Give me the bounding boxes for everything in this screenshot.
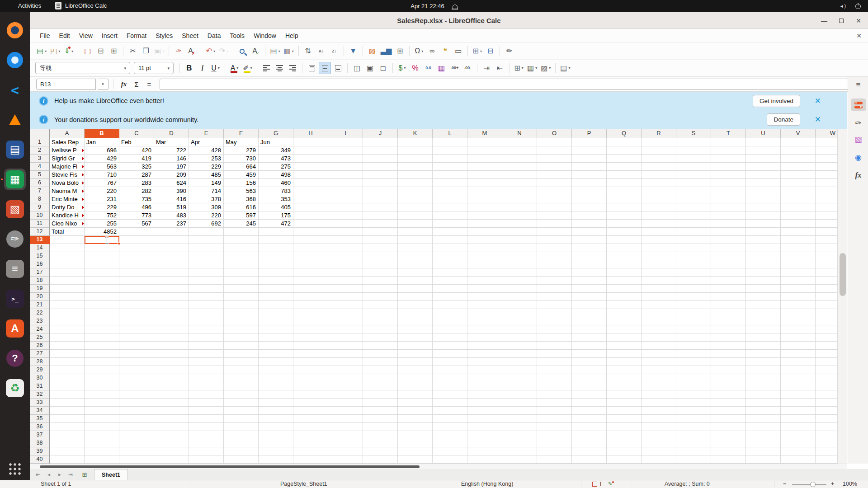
- cell-D38[interactable]: [154, 439, 189, 447]
- cell-N22[interactable]: [502, 309, 537, 317]
- cell-I32[interactable]: [328, 390, 363, 399]
- column-header-Q[interactable]: Q: [607, 129, 642, 138]
- cell-O35[interactable]: [537, 415, 572, 423]
- cell-B39[interactable]: [85, 447, 119, 455]
- next-sheet-icon[interactable]: ▸: [55, 471, 64, 478]
- cell-W36[interactable]: [816, 423, 837, 431]
- cell-P18[interactable]: [572, 277, 607, 285]
- cell-R11[interactable]: [642, 220, 676, 228]
- cell-J24[interactable]: [363, 325, 398, 333]
- cell-W22[interactable]: [816, 309, 837, 317]
- cell-L1[interactable]: [433, 138, 467, 146]
- cell-L11[interactable]: [433, 220, 467, 228]
- cell-L12[interactable]: [433, 228, 467, 236]
- add-decimal-button[interactable]: .00+: [448, 62, 461, 74]
- cell-T29[interactable]: [711, 366, 746, 374]
- cell-T8[interactable]: [711, 195, 746, 203]
- cell-B34[interactable]: [85, 407, 119, 415]
- column-header-U[interactable]: U: [746, 129, 781, 138]
- column-header-M[interactable]: M: [467, 129, 502, 138]
- cell-Q29[interactable]: [607, 366, 642, 374]
- special-character-button[interactable]: Ω▾: [413, 45, 425, 57]
- cell-B16[interactable]: [85, 260, 119, 268]
- cell-K4[interactable]: [398, 163, 433, 171]
- cell-R36[interactable]: [642, 423, 676, 431]
- cell-S23[interactable]: [676, 317, 711, 325]
- cell-Q2[interactable]: [607, 146, 642, 155]
- cell-N34[interactable]: [502, 407, 537, 415]
- cell-F27[interactable]: [224, 350, 259, 358]
- cell-M28[interactable]: [467, 358, 502, 366]
- row-header-4[interactable]: 4: [30, 163, 50, 171]
- cell-P6[interactable]: [572, 179, 607, 187]
- cell-S37[interactable]: [676, 431, 711, 439]
- cell-F24[interactable]: [224, 325, 259, 333]
- cell-V10[interactable]: [781, 211, 816, 220]
- cell-H27[interactable]: [293, 350, 328, 358]
- cell-I1[interactable]: [328, 138, 363, 146]
- cell-L25[interactable]: [433, 333, 467, 342]
- cell-F12[interactable]: [224, 228, 259, 236]
- cell-E14[interactable]: [189, 244, 224, 252]
- comment-button[interactable]: ❝: [439, 45, 451, 57]
- cell-I25[interactable]: [328, 333, 363, 342]
- cell-B2[interactable]: 696: [85, 146, 119, 155]
- cell-R7[interactable]: [642, 187, 676, 195]
- cell-T16[interactable]: [711, 260, 746, 268]
- cell-I30[interactable]: [328, 374, 363, 382]
- cell-R25[interactable]: [642, 333, 676, 342]
- row-header-34[interactable]: 34: [30, 407, 50, 415]
- cell-F33[interactable]: [224, 399, 259, 407]
- cell-C7[interactable]: 282: [119, 187, 154, 195]
- add-sheet-icon[interactable]: ⊞: [80, 471, 90, 478]
- cell-B31[interactable]: [85, 382, 119, 390]
- cell-D8[interactable]: 416: [154, 195, 189, 203]
- cell-U31[interactable]: [746, 382, 781, 390]
- cell-D6[interactable]: 624: [154, 179, 189, 187]
- cell-F8[interactable]: 368: [224, 195, 259, 203]
- cell-R28[interactable]: [642, 358, 676, 366]
- menu-data[interactable]: Data: [203, 30, 226, 41]
- row-header-26[interactable]: 26: [30, 342, 50, 350]
- cell-M39[interactable]: [467, 447, 502, 455]
- cell-M9[interactable]: [467, 203, 502, 211]
- cell-W8[interactable]: [816, 195, 837, 203]
- cell-V25[interactable]: [781, 333, 816, 342]
- cell-K19[interactable]: [398, 285, 433, 293]
- cell-T20[interactable]: [711, 293, 746, 301]
- cell-W37[interactable]: [816, 431, 837, 439]
- cell-O23[interactable]: [537, 317, 572, 325]
- cell-D1[interactable]: Mar: [154, 138, 189, 146]
- cell-R3[interactable]: [642, 155, 676, 163]
- cell-V33[interactable]: [781, 399, 816, 407]
- find-replace-button[interactable]: [236, 45, 249, 57]
- cell-G15[interactable]: [259, 252, 293, 260]
- cell-H33[interactable]: [293, 399, 328, 407]
- cell-J21[interactable]: [363, 301, 398, 309]
- sort-button[interactable]: ⇅: [302, 45, 314, 57]
- cell-L36[interactable]: [433, 423, 467, 431]
- cell-S5[interactable]: [676, 171, 711, 179]
- cell-D28[interactable]: [154, 358, 189, 366]
- cell-Q1[interactable]: [607, 138, 642, 146]
- cell-A21[interactable]: [50, 301, 85, 309]
- cell-A10[interactable]: Kandice H: [50, 211, 85, 220]
- increase-indent-button[interactable]: ⇥: [481, 62, 493, 74]
- cell-J27[interactable]: [363, 350, 398, 358]
- cell-D13[interactable]: [154, 236, 189, 244]
- cell-M13[interactable]: [467, 236, 502, 244]
- cell-I16[interactable]: [328, 260, 363, 268]
- cell-A27[interactable]: [50, 350, 85, 358]
- cell-A33[interactable]: [50, 399, 85, 407]
- cell-K33[interactable]: [398, 399, 433, 407]
- cell-M2[interactable]: [467, 146, 502, 155]
- cell-C34[interactable]: [119, 407, 154, 415]
- cell-V5[interactable]: [781, 171, 816, 179]
- row-header-18[interactable]: 18: [30, 277, 50, 285]
- cell-J16[interactable]: [363, 260, 398, 268]
- cell-J14[interactable]: [363, 244, 398, 252]
- cell-L26[interactable]: [433, 342, 467, 350]
- cell-P26[interactable]: [572, 342, 607, 350]
- bold-button[interactable]: B: [183, 62, 195, 74]
- cell-K12[interactable]: [398, 228, 433, 236]
